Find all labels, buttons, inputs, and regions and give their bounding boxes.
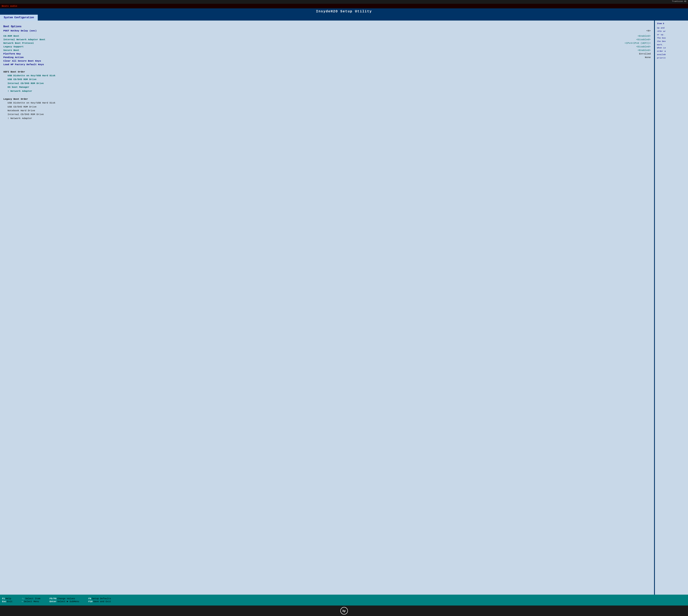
help-line-3: The boo	[657, 37, 686, 40]
setting-value-internal-network: <Disabled>	[613, 38, 651, 41]
help-line-1: <F5> ar	[657, 30, 686, 33]
status-section-2: ↑↓ Select Item ↔ Select Menu	[22, 597, 45, 603]
tab-bar: System Configuration	[0, 15, 688, 21]
help-line-2: or up.	[657, 33, 686, 37]
uefi-boot-order-section: UEFI Boot Order USB Diskette on Key/USB …	[3, 68, 651, 93]
setting-row-load-hp[interactable]: Load HP Factory Default Keys	[3, 63, 651, 66]
legacy-item-3[interactable]: Internal CD/DVD ROM Drive	[3, 112, 651, 116]
hp-logo: hp	[340, 607, 348, 615]
setting-label-cdrom: CD-ROM Boot	[3, 35, 19, 37]
status-row-select-menu: ↔ Select Menu	[22, 600, 45, 603]
status-key-f1: F1	[2, 597, 5, 600]
help-line-0: Up and	[657, 26, 686, 30]
uefi-item-1[interactable]: USB CD/DVD ROM Drive	[3, 78, 651, 81]
bios-title: InsydeH2O Setup Utility	[316, 9, 372, 14]
setting-label-pending-action: Pending Action	[3, 56, 24, 59]
status-section-4: F9 Setup Defaults F10 Save and Exit	[88, 597, 115, 603]
setting-label-load-hp: Load HP Factory Default Keys	[3, 63, 44, 66]
setting-row-secure-boot[interactable]: Secure Boot <Enabled>	[3, 48, 651, 52]
setting-label-internal-network: Internal Network Adapter Boot	[3, 38, 45, 41]
help-line-7: order a	[657, 50, 686, 53]
status-section-3: F5/F6 Change Values Enter Select ► SubMe…	[50, 597, 83, 603]
setting-row-network-boot[interactable]: Network Boot Protocol <IPv4+IPv6 (UEFI)>	[3, 41, 651, 45]
bios-title-bar: InsydeH2O Setup Utility	[0, 8, 688, 15]
uefi-item-0[interactable]: USB Diskette on Key/USB Hard Disk	[3, 74, 651, 78]
setting-label-platform-key: Platform Key	[3, 52, 21, 55]
uefi-item-4[interactable]: ! Network Adapter	[3, 89, 651, 93]
setting-value-secure-boot: <Enabled>	[613, 49, 651, 51]
tab-system-configuration[interactable]: System Configuration	[0, 15, 38, 21]
status-row-f9: F9 Setup Defaults	[88, 597, 115, 600]
content-panel: Boot Options POST Hotkey Delay (sec) <0>…	[0, 21, 654, 595]
status-row-f5f6: F5/F6 Change Values	[50, 597, 83, 600]
legacy-boot-order-section: Legacy Boot Order USB Diskette on Key/US…	[3, 95, 651, 120]
status-section-1: F1 Help Esc Exit	[2, 597, 17, 603]
status-desc-esc: Exit	[7, 600, 13, 603]
legacy-item-4[interactable]: ! Network Adapter	[3, 116, 651, 120]
setting-value-cdrom: <Enabled>	[613, 35, 651, 37]
setting-row-post-hotkey[interactable]: POST Hotkey Delay (sec) <0>	[3, 29, 651, 32]
setting-label-legacy-support: Legacy Support	[3, 45, 24, 48]
help-line-6: When Le	[657, 46, 686, 50]
status-desc-f1: Help	[6, 597, 11, 600]
setting-value-pending-action: None	[613, 56, 651, 59]
setting-row-cdrom[interactable]: CD-ROM Boot <Enabled>	[3, 34, 651, 38]
setting-label-network-boot: Network Boot Protocol	[3, 42, 34, 44]
setting-value-post-hotkey: <0>	[613, 29, 651, 32]
status-row-esc: Esc Exit	[2, 600, 17, 603]
setting-row-platform-key[interactable]: Platform Key Enrolled	[3, 52, 651, 56]
status-key-esc: Esc	[2, 600, 6, 603]
legacy-item-0[interactable]: USB Diskette on Key/USB Hard Disk	[3, 101, 651, 105]
status-row-f1: F1 Help	[2, 597, 17, 600]
setting-value-legacy-support: <Disabled>	[613, 45, 651, 48]
setting-row-clear-secure[interactable]: Clear All Secure Boot Keys	[3, 59, 651, 63]
uefi-boot-order-title: UEFI Boot Order	[3, 70, 651, 73]
status-row-arrows: ↑↓ Select Item	[22, 597, 45, 600]
main-area: Boot Options POST Hotkey Delay (sec) <0>…	[0, 21, 688, 595]
truevision-bar: TrueVision HD	[0, 0, 688, 4]
status-desc-enter: Select ► SubMenu	[57, 600, 79, 603]
setting-row-legacy-support[interactable]: Legacy Support <Disabled>	[3, 45, 651, 48]
help-line-8: availab	[657, 53, 686, 57]
status-desc-f10: Save and Exit	[93, 600, 111, 603]
status-key-f5f6: F5/F6	[50, 597, 57, 600]
setting-value-platform-key: Enrolled	[613, 52, 651, 55]
truevision-label: TrueVision HD	[672, 0, 686, 2]
uefi-item-3[interactable]: OS boot Manager	[3, 85, 651, 89]
help-panel-title: Item S	[657, 22, 686, 25]
status-bar: F1 Help Esc Exit ↑↓ Select Item ↔ Select…	[0, 595, 688, 606]
help-panel: Item S Up and <F5> ar or up. The boo the…	[654, 21, 688, 595]
boot-options-heading: Boot Options	[3, 25, 651, 28]
setting-value-network-boot: <IPv4+IPv6 (UEFI)>	[613, 42, 651, 44]
status-desc-f5f6: Change Values	[57, 597, 75, 600]
setting-label-secure-boot: Secure Boot	[3, 49, 19, 51]
status-key-select-menu: ↔	[22, 600, 23, 603]
status-row-f10: F10 Save and Exit	[88, 600, 115, 603]
help-line-5: mark.	[657, 43, 686, 46]
legacy-boot-order-title: Legacy Boot Order	[3, 97, 651, 101]
status-key-f10: F10	[88, 600, 93, 603]
tab-system-configuration-label: System Configuration	[4, 16, 34, 19]
setting-label-clear-secure: Clear All Secure Boot Keys	[3, 60, 41, 62]
bottom-bar: hp	[0, 606, 688, 616]
status-key-f9: F9	[88, 597, 91, 600]
setting-row-pending-action[interactable]: Pending Action None	[3, 56, 651, 59]
legacy-item-1[interactable]: USB CD/DVD ROM Drive	[3, 105, 651, 109]
help-line-9: priorit	[657, 57, 686, 60]
status-desc-select-menu: Select Menu	[24, 600, 39, 603]
hp-brand-bar: Beats audio	[0, 4, 688, 8]
legacy-item-2[interactable]: Notebook Hard Drive	[3, 109, 651, 112]
status-key-arrows: ↑↓	[22, 597, 24, 600]
setting-row-internal-network[interactable]: Internal Network Adapter Boot <Disabled>	[3, 38, 651, 41]
status-key-enter: Enter	[50, 600, 57, 603]
status-desc-f9: Setup Defaults	[92, 597, 111, 600]
status-row-enter: Enter Select ► SubMenu	[50, 600, 83, 603]
settings-rows: POST Hotkey Delay (sec) <0> CD-ROM Boot …	[3, 29, 651, 66]
hp-brand-label: Beats audio	[2, 5, 17, 7]
status-desc-arrows: Select Item	[25, 597, 40, 600]
setting-label-post-hotkey: POST Hotkey Delay (sec)	[3, 29, 37, 32]
uefi-item-2[interactable]: Internal CD/DVD ROM Drive	[3, 82, 651, 85]
help-line-4: the Dev	[657, 40, 686, 43]
